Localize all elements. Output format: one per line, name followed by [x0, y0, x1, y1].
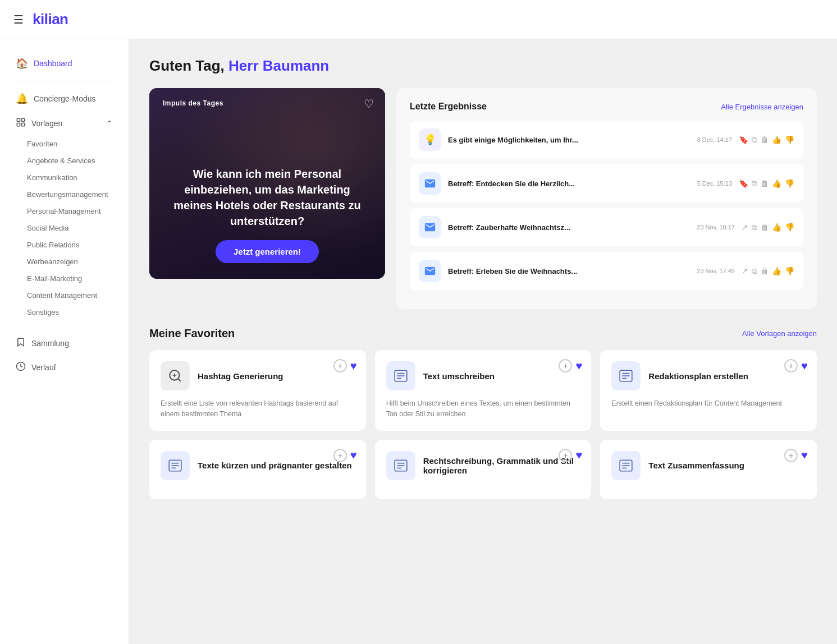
hamburger-icon[interactable]: ☰ — [13, 13, 24, 26]
export-action-3[interactable]: ↗ — [742, 223, 748, 232]
fav-actions-1: + ♥ — [333, 359, 357, 372]
greeting-name: Herr Baumann — [228, 57, 329, 74]
sidebar-item-sammlung[interactable]: Sammlung — [4, 332, 124, 355]
sidebar-sub-favoriten[interactable]: Favoriten — [16, 136, 124, 152]
fav-card-hashtag: Hashtag Generierung + ♥ Erstellt eine Li… — [149, 350, 366, 431]
dislike-action-4[interactable]: 👎 — [785, 266, 794, 275]
fav-heart-4[interactable]: ♥ — [350, 449, 357, 462]
result-actions-3: ↗ ⧉ 🗑 👍 👎 — [742, 223, 794, 232]
home-icon: 🏠 — [16, 57, 28, 70]
sidebar-sub-sonstiges[interactable]: Sonstiges — [16, 304, 124, 320]
dislike-action-1[interactable]: 👎 — [785, 135, 794, 144]
fav-card-header-2: Text umschreiben — [386, 361, 580, 390]
fav-heart-2[interactable]: ♥ — [575, 360, 582, 372]
bookmark-icon — [16, 337, 26, 349]
sidebar-item-concierge[interactable]: 🔔 Concierge-Modus — [4, 87, 124, 111]
impuls-favorite-icon[interactable]: ♡ — [364, 97, 374, 111]
fav-icon-1 — [161, 361, 190, 390]
copy-action-1[interactable]: ⧉ — [752, 135, 757, 145]
impuls-question: Wie kann ich mein Personal einbeziehen, … — [165, 166, 369, 229]
fav-title-2: Text umschreiben — [423, 371, 580, 381]
fav-plus-5[interactable]: + — [559, 449, 572, 462]
topbar: ☰ kilian — [0, 0, 837, 39]
impuls-generate-button[interactable]: Jetzt generieren! — [216, 240, 319, 263]
sidebar-sub-angebote[interactable]: Angebote & Services — [16, 153, 124, 169]
result-info-2: Betreff: Entdecken Sie die Herzlich... — [448, 180, 690, 188]
fav-plus-2[interactable]: + — [559, 359, 572, 372]
sidebar-sub-content[interactable]: Content Management — [16, 287, 124, 303]
like-action-3[interactable]: 👍 — [772, 223, 781, 232]
copy-action-2[interactable]: ⧉ — [752, 179, 757, 188]
result-text-1: Es gibt einige Möglichkeiten, um Ihr... — [448, 136, 690, 144]
sidebar-item-dashboard[interactable]: 🏠 Dashboard — [4, 52, 124, 75]
fav-card-texte-kurzen: Texte kürzen und prägnanter gestalten + … — [149, 440, 366, 499]
fav-heart-5[interactable]: ♥ — [575, 449, 582, 462]
fav-title-6: Text Zusammenfassung — [648, 461, 806, 470]
result-icon-3 — [419, 216, 441, 238]
fav-card-header-4: Texte kürzen und prägnanter gestalten — [161, 451, 355, 480]
results-panel: Letzte Ergebnisse Alle Ergebnisse anzeig… — [396, 88, 817, 309]
result-date-2: 5 Dec, 15:13 — [697, 180, 732, 187]
like-action-4[interactable]: 👍 — [772, 266, 781, 275]
impuls-content: Wie kann ich mein Personal einbeziehen, … — [165, 166, 369, 263]
delete-action-3[interactable]: 🗑 — [761, 223, 769, 232]
fav-heart-1[interactable]: ♥ — [350, 360, 357, 372]
delete-action-4[interactable]: 🗑 — [761, 266, 769, 275]
like-action-1[interactable]: 👍 — [772, 135, 781, 144]
favorites-all-link[interactable]: Alle Vorlagen anzeigen — [742, 329, 817, 338]
favorites-section: Meine Favoriten Alle Vorlagen anzeigen — [149, 327, 817, 499]
fav-card-header-3: Redaktionsplan erstellen — [611, 361, 806, 390]
bookmark-action-1[interactable]: 🔖 — [739, 135, 748, 144]
result-info-3: Betreff: Zauberhafte Weihnachtsz... — [448, 223, 690, 232]
sidebar-item-verlauf[interactable]: Verlauf — [4, 356, 124, 379]
svg-rect-3 — [22, 123, 25, 126]
sidebar-sub-pr[interactable]: Public Relations — [16, 237, 124, 253]
fav-heart-6[interactable]: ♥ — [801, 449, 808, 462]
fav-desc-2: Hilft beim Umschreiben eines Textes, um … — [386, 398, 580, 420]
delete-action-2[interactable]: 🗑 — [761, 179, 769, 188]
sidebar-sub-kommunikation[interactable]: Kommunikation — [16, 169, 124, 186]
bookmark-action-2[interactable]: 🔖 — [739, 179, 748, 188]
svg-rect-0 — [17, 118, 20, 121]
sidebar-sub-werbung[interactable]: Werbeanzeigen — [16, 254, 124, 270]
fav-heart-3[interactable]: ♥ — [801, 360, 808, 372]
vorlagen-icon — [16, 117, 26, 129]
verlauf-label: Verlauf — [31, 363, 56, 372]
like-action-2[interactable]: 👍 — [772, 179, 781, 188]
result-icon-4 — [419, 260, 441, 282]
copy-action-4[interactable]: ⧉ — [752, 266, 757, 276]
fav-card-text-umschreiben: Text umschreiben + ♥ Hilft beim Umschrei… — [375, 350, 592, 431]
sidebar-sub-social[interactable]: Social Media — [16, 220, 124, 236]
fav-actions-4: + ♥ — [333, 449, 357, 462]
fav-icon-4 — [161, 451, 190, 480]
dislike-action-3[interactable]: 👎 — [785, 223, 794, 232]
svg-rect-2 — [17, 123, 20, 126]
sidebar-vorlagen-section[interactable]: Vorlagen ⌃ — [4, 112, 124, 135]
fav-plus-6[interactable]: + — [784, 449, 798, 462]
logo: kilian — [33, 11, 68, 28]
greeting: Guten Tag, Herr Baumann — [149, 57, 817, 75]
result-actions-1: 🔖 ⧉ 🗑 👍 👎 — [739, 135, 794, 145]
export-action-4[interactable]: ↗ — [742, 266, 748, 275]
result-item-3: Betreff: Zauberhafte Weihnachtsz... 23 N… — [410, 208, 803, 246]
dislike-action-2[interactable]: 👎 — [785, 179, 794, 188]
fav-icon-5 — [386, 451, 415, 480]
result-icon-1: 💡 — [419, 128, 441, 151]
sidebar: 🏠 Dashboard 🔔 Concierge-Modus Vorlagen — [0, 39, 129, 644]
fav-title-1: Hashtag Generierung — [198, 371, 355, 381]
copy-action-3[interactable]: ⧉ — [752, 223, 757, 232]
sidebar-sub-email[interactable]: E-Mail-Marketing — [16, 270, 124, 287]
sidebar-sub-bewertung[interactable]: Bewertungsmanagement — [16, 186, 124, 203]
fav-plus-4[interactable]: + — [333, 449, 347, 462]
vorlagen-left: Vorlagen — [16, 117, 62, 129]
results-all-link[interactable]: Alle Ergebnisse anzeigen — [721, 103, 803, 111]
fav-plus-1[interactable]: + — [333, 359, 347, 372]
concierge-icon: 🔔 — [16, 93, 28, 105]
fav-plus-3[interactable]: + — [784, 359, 798, 372]
result-actions-2: 🔖 ⧉ 🗑 👍 👎 — [739, 179, 794, 188]
delete-action-1[interactable]: 🗑 — [761, 135, 769, 144]
sidebar-sub-personal[interactable]: Personal-Management — [16, 203, 124, 219]
results-header: Letzte Ergebnisse Alle Ergebnisse anzeig… — [410, 102, 803, 112]
fav-title-3: Redaktionsplan erstellen — [648, 371, 806, 381]
sidebar-bottom: Sammlung Verlauf — [0, 332, 129, 379]
